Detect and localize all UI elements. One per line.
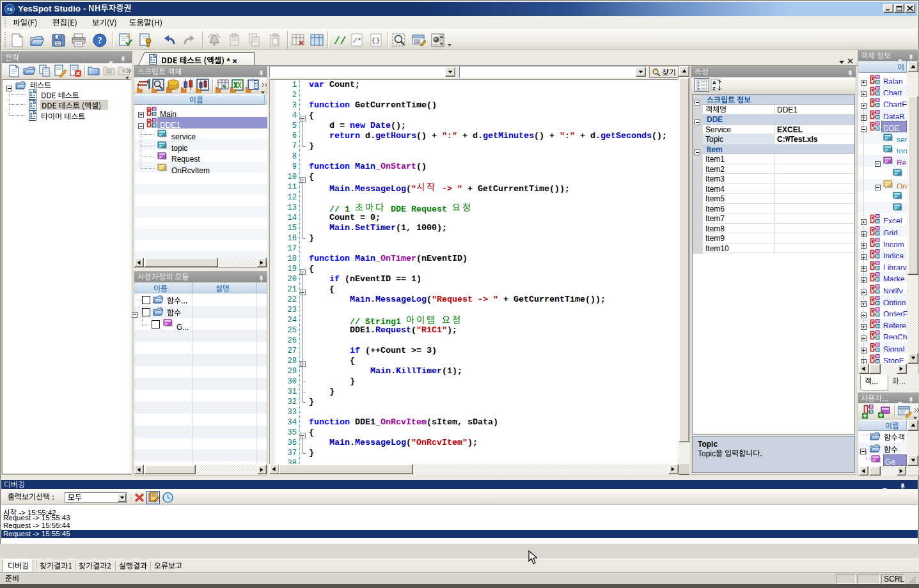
svg-text:A: A bbox=[712, 80, 716, 86]
svg-text:/*: /* bbox=[353, 37, 361, 45]
svg-text:Z: Z bbox=[712, 86, 716, 91]
svg-text:YS: YS bbox=[6, 7, 13, 12]
svg-text://: // bbox=[334, 36, 346, 47]
svg-text:?: ? bbox=[98, 36, 102, 45]
svg-text:OK: OK bbox=[415, 40, 420, 43]
svg-text:{}: {} bbox=[372, 37, 380, 45]
